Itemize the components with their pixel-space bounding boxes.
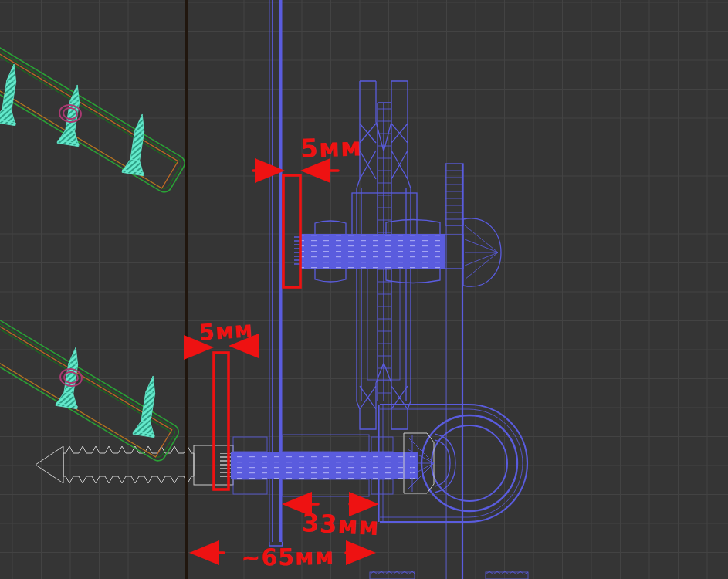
screw-1	[0, 63, 25, 126]
dimension-annotations[interactable]: 5мм 5мм 33мм ~65мм	[189, 131, 380, 571]
axle-bolt[interactable]	[294, 218, 501, 286]
dimension-label-33mm: 33мм	[301, 508, 381, 541]
axle-thread-section	[444, 235, 463, 269]
board-with-screws-middle[interactable]	[0, 298, 181, 464]
knurled-part-bottom-right[interactable]	[486, 571, 528, 579]
dimension-label-top-5mm: 5мм	[300, 131, 362, 164]
lag-screw[interactable]	[36, 445, 233, 485]
wall-line	[185, 0, 188, 579]
dimension-box-top	[283, 175, 300, 287]
board-with-screws-top[interactable]	[0, 29, 188, 195]
screw-5	[133, 374, 164, 438]
lag-screw-thread	[63, 446, 194, 483]
knurled-part-bottom-left[interactable]	[370, 571, 415, 579]
threaded-rod[interactable]	[445, 164, 463, 579]
eye-ring-outer	[422, 415, 517, 511]
screw-2	[57, 83, 88, 147]
axle-shaft	[300, 234, 445, 269]
lag-screw-tip	[36, 446, 63, 483]
dimension-label-mid-5mm: 5мм	[198, 316, 254, 346]
wireframe-scene: 5мм 5мм 33мм ~65мм	[0, 0, 728, 579]
viewport-canvas[interactable]: 5мм 5мм 33мм ~65мм	[0, 0, 728, 579]
eye-bolt-shaft	[231, 452, 418, 479]
dimension-label-65mm: ~65мм	[241, 543, 335, 571]
screw-3	[122, 113, 153, 176]
